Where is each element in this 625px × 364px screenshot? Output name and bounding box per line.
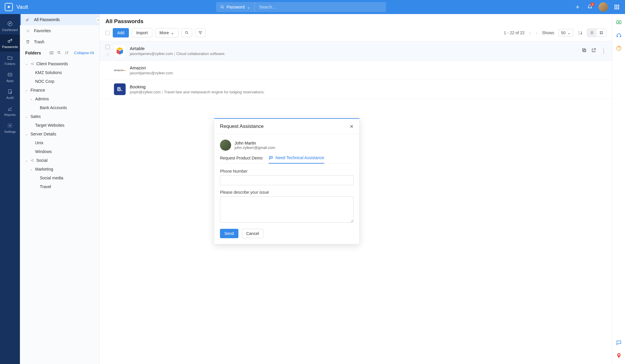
folder-row[interactable]: ⌄Admins xyxy=(20,95,99,103)
notifications-button[interactable]: 1 xyxy=(586,4,593,11)
search-icon xyxy=(220,5,224,9)
folder-row[interactable]: Unix xyxy=(20,138,99,147)
folder-label: Client Passwords xyxy=(36,61,68,66)
star-icon: ☆ xyxy=(25,28,30,33)
help-button[interactable] xyxy=(616,45,622,51)
search-input[interactable] xyxy=(255,5,386,9)
folder-row[interactable]: Target Websites xyxy=(20,121,99,130)
search-button[interactable] xyxy=(182,28,192,37)
folder-row[interactable]: KMZ Solutions xyxy=(20,68,99,77)
folder-row[interactable]: ⌄Social xyxy=(20,156,99,165)
share-icon xyxy=(30,62,35,66)
tab-product-demo[interactable]: Request Product Demo xyxy=(220,155,263,163)
import-button[interactable]: Import xyxy=(132,28,152,37)
add-button-label: Add xyxy=(117,30,124,35)
add-folder-icon[interactable] xyxy=(49,51,54,55)
row-name: Airtable xyxy=(130,46,578,51)
sidebar-item-label: Trash xyxy=(34,40,44,44)
chevron-down-icon: ⌄ xyxy=(30,97,33,101)
grid-view-button[interactable] xyxy=(597,29,606,37)
headset-button[interactable] xyxy=(616,32,622,39)
svg-point-47 xyxy=(618,22,619,23)
search-folders-icon[interactable] xyxy=(57,51,62,55)
modal-user-info: John Martin john.zylkerr@gmail.com xyxy=(220,140,354,151)
list-view-button[interactable] xyxy=(587,29,597,37)
filter-button[interactable] xyxy=(195,28,206,37)
copy-button[interactable] xyxy=(582,48,587,54)
row-checkbox[interactable] xyxy=(105,45,110,49)
chat-button[interactable] xyxy=(616,339,622,346)
rail-apps[interactable]: SSO Apps xyxy=(0,68,20,85)
folder-row[interactable]: Windows xyxy=(20,147,99,156)
sidebar-collapse-handle[interactable]: ◂ xyxy=(96,17,100,23)
location-button[interactable] xyxy=(616,352,622,359)
add-button[interactable] xyxy=(574,4,581,11)
rail-reports[interactable]: Reports xyxy=(0,102,20,119)
rail-settings[interactable]: Settings xyxy=(0,119,20,136)
favorite-star[interactable]: ☆ xyxy=(106,51,110,57)
app-name: Vault xyxy=(16,4,28,10)
more-button[interactable]: More ⌄ xyxy=(155,28,179,37)
sort-az-icon: AZ xyxy=(578,30,583,35)
open-button[interactable] xyxy=(591,48,596,54)
folder-row[interactable]: Travel xyxy=(20,182,99,191)
app-logo[interactable]: ✱ Vault xyxy=(5,3,28,11)
main-panel: All Passwords Add Import More ⌄ 1 - 22 o… xyxy=(100,14,612,364)
sidebar-all-passwords[interactable]: All Passwords xyxy=(20,14,99,25)
password-row[interactable]: B.Bookingjosph@zylker.com|Travel fare an… xyxy=(100,80,612,99)
rail-label: Audit xyxy=(6,96,13,99)
screen-share-button[interactable] xyxy=(616,19,622,26)
select-all-checkbox[interactable] xyxy=(105,31,110,35)
modal-title: Request Assistance xyxy=(220,123,264,129)
modal-close-button[interactable]: ✕ xyxy=(350,124,354,129)
rail-folders[interactable]: Folders xyxy=(0,51,20,68)
rail-dashboard[interactable]: Dashboard xyxy=(0,18,20,35)
compass-icon xyxy=(7,20,13,27)
issue-textarea[interactable] xyxy=(220,196,354,223)
phone-input[interactable] xyxy=(220,175,354,185)
tab-technical-assistance[interactable]: Need Technical Assistance xyxy=(269,155,324,164)
send-button[interactable]: Send xyxy=(220,229,238,238)
folder-row[interactable]: ⌄Finance xyxy=(20,86,99,95)
import-button-label: Import xyxy=(136,30,148,35)
folder-row[interactable]: Bank Accounts xyxy=(20,103,99,112)
folder-row[interactable]: Social media xyxy=(20,174,99,182)
pager-prev[interactable]: ‹ xyxy=(529,30,531,35)
folder-label: Finance xyxy=(30,88,45,92)
svg-line-1 xyxy=(223,8,224,8)
folders-header: Folders Collapse All xyxy=(20,47,99,58)
key-icon xyxy=(7,37,13,44)
svg-rect-42 xyxy=(583,49,586,52)
row-actions: ⋮ xyxy=(582,48,606,54)
svg-rect-38 xyxy=(602,33,603,34)
search-type-dropdown[interactable]: Password ⌄ xyxy=(216,2,255,12)
folder-row[interactable]: NOC Corp xyxy=(20,77,99,86)
collapse-all-link[interactable]: Collapse All xyxy=(74,51,94,55)
folder-row[interactable]: ⌄Client Passwords xyxy=(20,59,99,68)
password-row[interactable]: amazonAmazonjasonbjames@zylker.com xyxy=(100,61,612,80)
sort-button[interactable]: AZ xyxy=(578,30,583,35)
issue-label: Please describe your issue xyxy=(220,190,354,195)
user-avatar[interactable] xyxy=(599,2,608,12)
sidebar-trash[interactable]: Trash xyxy=(20,36,99,47)
sidebar-favorites[interactable]: ☆ Favorites xyxy=(20,25,99,36)
gear-icon xyxy=(7,122,13,129)
svg-text:SSO: SSO xyxy=(8,74,12,75)
folder-row[interactable]: ⌄Sales xyxy=(20,112,99,121)
password-row[interactable]: ☆Airtablejasonbjames@zylker.com|Cloud co… xyxy=(100,41,612,61)
phone-label: Phone Number xyxy=(220,169,354,174)
service-logo xyxy=(114,45,126,57)
svg-rect-35 xyxy=(600,31,601,32)
page-size-select[interactable]: 50⌄ xyxy=(558,29,573,37)
add-button[interactable]: Add xyxy=(113,28,129,37)
folder-label: Marketing xyxy=(35,167,53,171)
rail-audit[interactable]: Audit xyxy=(0,85,20,102)
pager-next[interactable]: › xyxy=(535,30,538,35)
app-switcher[interactable] xyxy=(613,4,620,11)
sort-folders-icon[interactable] xyxy=(65,51,69,55)
folder-row[interactable]: ⌄Server Details xyxy=(20,130,99,138)
cancel-button[interactable]: Cancel xyxy=(242,229,264,238)
more-button[interactable]: ⋮ xyxy=(601,48,606,54)
folder-row[interactable]: ⌄Marketing xyxy=(20,165,99,174)
rail-passwords[interactable]: Passwords xyxy=(0,35,20,51)
